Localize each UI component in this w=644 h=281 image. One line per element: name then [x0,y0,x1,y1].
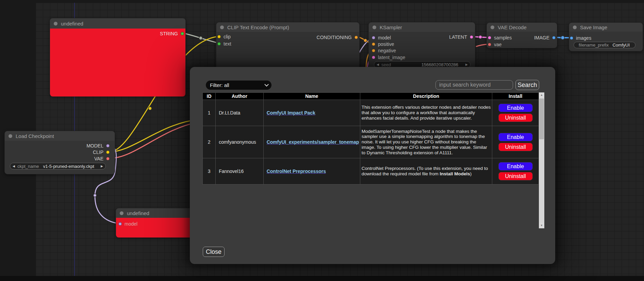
extension-link[interactable]: ComfyUI_experiments/sampler_tonemap [267,139,359,145]
extension-link[interactable]: ComfyUI Impact Pack [267,110,315,116]
bold-install-models: Install Models [440,171,470,176]
input-label-latent-image: latent_image [378,55,405,60]
comfyui-canvas: undefined STRING CLIP Text Encode (Promp… [0,0,644,281]
search-input[interactable] [435,80,513,90]
input-label-positive: positive [378,41,394,47]
node-save-image[interactable]: Save Image images filename_prefix ComfyU… [569,22,643,51]
input-label-images: images [576,35,591,41]
output-dot-latent[interactable] [470,35,473,39]
input-dot-latent-image[interactable] [372,56,375,59]
widget-value[interactable]: 156680208700286 [422,62,458,67]
output-label-string: STRING [160,31,178,36]
extensions-table: ID Author Name Description Install 1 Dr.… [202,92,539,185]
node-header[interactable]: undefined [50,18,185,29]
enable-button[interactable]: Enable [498,162,533,171]
input-dot-vae[interactable] [488,43,491,46]
collapse-dot-icon[interactable] [373,25,376,29]
scroll-down-icon[interactable]: ▼ [539,223,544,228]
increment-arrow-icon[interactable]: ▶ [463,63,470,66]
enable-button[interactable]: Enable [498,133,533,141]
cell-description: This extension offers various detector n… [360,100,492,126]
filter-select-value: Filter: all [210,82,229,88]
scrollbar-thumb[interactable] [539,99,544,139]
input-label-text: text [224,41,231,47]
input-dot-negative[interactable] [372,49,375,52]
filename-prefix-widget[interactable]: filename_prefix ComfyUI [574,42,635,48]
input-dot-model[interactable] [372,36,375,39]
output-dot-vae[interactable] [106,157,110,160]
extension-link[interactable]: ControlNet Preprocessors [267,169,326,174]
header-install: Install [492,93,539,100]
input-dot-images[interactable] [570,36,573,40]
collapse-dot-icon[interactable] [220,25,224,29]
node-title: undefined [127,210,149,216]
header-author: Author [216,93,264,100]
prev-arrow-icon[interactable]: ◀ [10,164,17,168]
close-button[interactable]: Close [203,247,225,257]
widget-value[interactable]: v1-5-pruned-emaonly.ckpt [43,164,94,169]
node-title: KSampler [380,24,402,30]
output-label-latent: LATENT [449,34,467,40]
input-dot-samples[interactable] [488,36,491,39]
input-dot-model[interactable] [118,222,122,226]
header-id: ID [203,93,216,100]
node-header[interactable]: CLIP Text Encode (Prompt) [216,22,359,32]
output-dot-string[interactable] [181,32,184,35]
enable-button[interactable]: Enable [498,104,533,112]
output-label-image: IMAGE [534,35,549,40]
collapse-dot-icon[interactable] [120,211,123,215]
extension-manager-dialog: Filter: all Search ID Author Name Descri… [190,67,555,264]
widget-value[interactable]: ComfyUI [612,42,635,48]
widget-name: ckpt_name [17,164,39,169]
node-vae-decode[interactable]: VAE Decode samples vae IMAGE [486,22,557,48]
filter-select[interactable]: Filter: all [206,81,271,90]
table-scrollbar[interactable]: ▲ ▼ [539,92,544,228]
output-dot-clip[interactable] [106,151,110,154]
node-title: Load Checkpoint [16,133,54,139]
search-button[interactable]: Search [515,80,539,90]
chevron-down-icon [264,82,269,87]
node-undefined-top[interactable]: undefined STRING [50,18,186,96]
input-dot-positive[interactable] [372,42,375,46]
collapse-dot-icon[interactable] [54,22,57,25]
node-load-checkpoint[interactable]: Load Checkpoint MODEL CLIP VAE ◀ ckpt_na… [4,131,115,174]
input-dot-clip[interactable] [217,35,221,38]
output-label-model: MODEL [86,143,103,148]
output-label-clip: CLIP [93,150,103,155]
output-label-vae: VAE [94,156,103,161]
output-dot-image[interactable] [552,36,556,39]
cell-author: comfyanonymous [216,126,264,158]
input-label-samples: samples [494,35,512,40]
output-dot-conditioning[interactable] [354,36,358,39]
collapse-dot-icon[interactable] [9,134,12,138]
node-ksampler[interactable]: KSampler model positive negative latent_… [368,22,475,71]
node-header[interactable]: VAE Decode [487,23,557,32]
uninstall-button[interactable]: Uninstall [498,172,533,180]
node-clip-text-encode[interactable]: CLIP Text Encode (Prompt) clip text COND… [216,22,360,71]
node-header[interactable]: KSampler [369,22,475,32]
node-title: Save Image [580,24,607,30]
ckpt-name-widget[interactable]: ◀ ckpt_name v1-5-pruned-emaonly.ckpt ▶ [10,163,106,170]
widget-name: seed [381,62,391,67]
canvas-bottom-edge [0,276,644,281]
table-row: 1 Dr.Lt.Data ComfyUI Impact Pack This ex… [203,100,539,126]
collapse-dot-icon[interactable] [491,25,494,29]
table-row: 3 Fannovel16 ControlNet Preprocessors Co… [203,158,539,185]
table-header-row: ID Author Name Description Install [203,93,539,100]
input-label-vae: vae [494,42,502,47]
next-arrow-icon[interactable]: ▶ [98,164,105,168]
node-title: VAE Decode [498,24,527,30]
uninstall-button[interactable]: Uninstall [498,113,533,122]
input-dot-text[interactable] [217,42,221,46]
uninstall-button[interactable]: Uninstall [498,143,533,151]
node-error-body: STRING [50,29,185,96]
cell-author: Fannovel16 [216,158,264,185]
output-dot-model[interactable] [106,144,110,147]
scroll-up-icon[interactable]: ▲ [539,92,544,98]
header-name: Name [263,93,360,100]
decrement-arrow-icon[interactable]: ◀ [374,63,381,66]
collapse-dot-icon[interactable] [573,25,577,29]
cell-id: 2 [203,126,216,158]
node-header[interactable]: Save Image [569,23,643,32]
node-header[interactable]: Load Checkpoint [5,131,115,141]
